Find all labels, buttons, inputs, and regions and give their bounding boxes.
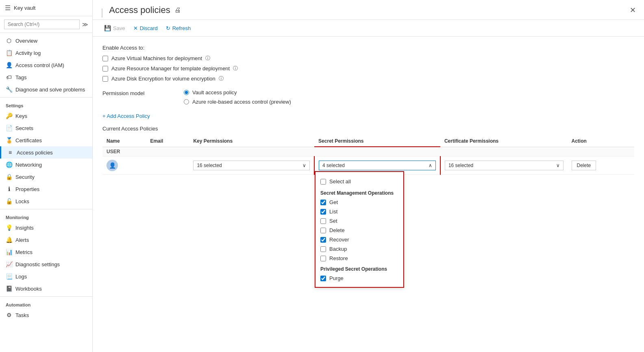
col-header-action: Action <box>568 136 635 147</box>
col-header-email: Email <box>146 136 189 147</box>
get-checkbox[interactable] <box>320 200 326 205</box>
key-permissions-dropdown[interactable]: 16 selected ∨ <box>193 161 310 170</box>
sidebar-item-diagnostic-settings[interactable]: 📈 Diagnostic settings <box>0 258 92 270</box>
vault-policy-radio[interactable] <box>184 90 189 95</box>
sidebar-item-certificates-label: Certificates <box>15 137 42 143</box>
secret-permissions-dropdown[interactable]: 4 selected ∧ <box>319 161 436 170</box>
row-action-cell: Delete <box>568 156 635 175</box>
sidebar-item-logs-label: Logs <box>15 274 27 280</box>
sidebar-nav: ⬡ Overview 📋 Activity log 👤 Access contr… <box>0 33 92 352</box>
sidebar-item-access-policies[interactable]: ≡ Access policies <box>0 146 92 159</box>
sidebar-item-activity-log-label: Activity log <box>15 50 41 56</box>
disk-encryption-info-icon[interactable]: ⓘ <box>219 75 224 82</box>
sidebar-item-certificates[interactable]: 🏅 Certificates <box>0 134 92 146</box>
keys-icon: 🔑 <box>6 113 12 119</box>
header-separator: | <box>101 7 103 18</box>
sidebar-item-tags[interactable]: 🏷 Tags <box>0 71 92 83</box>
sidebar-item-logs[interactable]: 📃 Logs <box>0 270 92 282</box>
refresh-button[interactable]: ↻ Refresh <box>163 24 194 33</box>
recover-checkbox[interactable] <box>320 237 326 243</box>
page-header: | Access policies 🖨 ✕ <box>93 0 644 20</box>
sidebar-item-security[interactable]: 🔒 Security <box>0 171 92 183</box>
add-access-policy-link[interactable]: + Add Access Policy <box>102 113 150 119</box>
sidebar-item-metrics-label: Metrics <box>15 249 33 255</box>
sidebar-item-workbooks-label: Workbooks <box>15 286 42 292</box>
enable-access-label: Enable Access to: <box>102 45 634 51</box>
save-button[interactable]: 💾 Save <box>101 23 128 33</box>
sidebar-item-tasks[interactable]: ⚙ Tasks <box>0 309 92 321</box>
search-input[interactable] <box>4 20 80 29</box>
set-checkbox[interactable] <box>320 218 326 224</box>
arm-deployment-checkbox[interactable] <box>102 66 108 72</box>
sidebar-item-locks[interactable]: 🔓 Locks <box>0 195 92 207</box>
overview-icon: ⬡ <box>6 37 12 44</box>
backup-label: Backup <box>329 246 347 252</box>
vm-deployment-checkbox[interactable] <box>102 56 108 61</box>
secret-permissions-chevron: ∧ <box>429 163 432 168</box>
purge-checkbox[interactable] <box>320 276 326 281</box>
sidebar-item-keys[interactable]: 🔑 Keys <box>0 110 92 122</box>
vault-policy-label: Vault access policy <box>192 89 237 96</box>
sidebar-item-insights[interactable]: 💡 Insights <box>0 222 92 234</box>
rbac-radio[interactable] <box>184 99 189 104</box>
backup-checkbox[interactable] <box>320 246 326 252</box>
arm-deployment-info-icon[interactable]: ⓘ <box>233 65 238 72</box>
sidebar-item-properties[interactable]: ℹ Properties <box>0 183 92 195</box>
col-header-secret-permissions: Secret Permissions <box>314 136 440 147</box>
networking-icon: 🌐 <box>6 161 12 168</box>
certificate-permissions-dropdown[interactable]: 16 selected ∨ <box>445 161 564 170</box>
close-button[interactable]: ✕ <box>630 6 636 19</box>
checkbox-vm-deployment: Azure Virtual Machines for deployment ⓘ <box>102 55 634 62</box>
secret-mgmt-ops-label: Secret Management Operations <box>315 187 403 198</box>
permission-model-section: Permission model Vault access policy Azu… <box>102 89 634 105</box>
sidebar-item-access-control[interactable]: 👤 Access control (IAM) <box>0 59 92 71</box>
perm-recover: Recover <box>315 235 403 244</box>
row-certificate-permissions-cell: 16 selected ∨ <box>440 156 568 175</box>
perm-backup: Backup <box>315 244 403 254</box>
sidebar-item-overview-label: Overview <box>15 38 37 44</box>
refresh-label: Refresh <box>172 25 191 31</box>
sidebar-item-diagnose[interactable]: 🔧 Diagnose and solve problems <box>0 83 92 96</box>
content-area: Enable Access to: Azure Virtual Machines… <box>93 37 644 352</box>
sidebar-title: Key vault <box>14 5 35 11</box>
restore-checkbox[interactable] <box>320 256 326 261</box>
user-group-row: USER <box>102 147 634 156</box>
sidebar-item-metrics[interactable]: 📊 Metrics <box>0 246 92 258</box>
workbooks-icon: 📓 <box>6 285 12 292</box>
perm-delete: Delete <box>315 226 403 235</box>
nav-divider-2 <box>0 209 92 209</box>
alerts-icon: 🔔 <box>6 237 12 243</box>
key-permissions-value: 16 selected <box>197 163 222 168</box>
delete-checkbox[interactable] <box>320 228 326 233</box>
collapse-sidebar-button[interactable]: ≫ <box>82 21 88 28</box>
monitoring-section-label: Monitoring <box>0 211 92 222</box>
vm-deployment-info-icon[interactable]: ⓘ <box>205 55 210 62</box>
delete-policy-button[interactable]: Delete <box>572 161 596 170</box>
list-label: List <box>329 209 337 215</box>
avatar: 👤 <box>107 160 118 171</box>
sidebar-item-activity-log[interactable]: 📋 Activity log <box>0 47 92 59</box>
save-label: Save <box>113 25 125 31</box>
select-all-checkbox[interactable] <box>320 179 326 185</box>
properties-icon: ℹ <box>6 186 12 192</box>
sidebar-item-alerts[interactable]: 🔔 Alerts <box>0 234 92 246</box>
sidebar-item-workbooks[interactable]: 📓 Workbooks <box>0 282 92 295</box>
list-checkbox[interactable] <box>320 209 326 215</box>
main-content: | Access policies 🖨 ✕ 💾 Save ✕ Discard ↻… <box>93 0 644 352</box>
perm-restore: Restore <box>315 254 403 263</box>
toolbar: 💾 Save ✕ Discard ↻ Refresh <box>93 20 644 37</box>
nav-divider-1 <box>0 97 92 98</box>
disk-encryption-checkbox[interactable] <box>102 76 108 82</box>
print-icon[interactable]: 🖨 <box>174 7 181 18</box>
rbac-label: Azure role-based access control (preview… <box>192 99 291 105</box>
purge-label: Purge <box>329 275 344 281</box>
disk-encryption-label: Azure Disk Encryption for volume encrypt… <box>111 76 215 82</box>
metrics-icon: 📊 <box>6 249 12 255</box>
tags-icon: 🏷 <box>6 74 12 80</box>
page-title: Access policies <box>109 5 170 20</box>
sidebar-item-secrets[interactable]: 📄 Secrets <box>0 122 92 134</box>
sidebar-item-overview[interactable]: ⬡ Overview <box>0 35 92 47</box>
sidebar-item-networking[interactable]: 🌐 Networking <box>0 159 92 171</box>
radio-vault-policy: Vault access policy <box>184 89 291 96</box>
discard-button[interactable]: ✕ Discard <box>130 24 161 33</box>
